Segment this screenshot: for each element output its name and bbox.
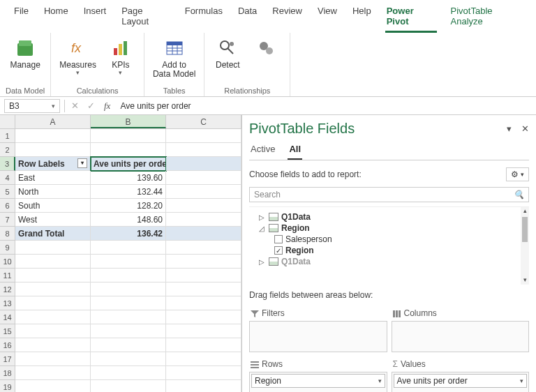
cell-B19[interactable]: [91, 380, 166, 392]
check-icon[interactable]: ✓: [85, 100, 97, 111]
row-header[interactable]: 12: [0, 282, 15, 296]
cell-C15[interactable]: [166, 324, 241, 338]
cell-A18[interactable]: [15, 366, 91, 380]
tab-file[interactable]: File: [13, 4, 30, 33]
field-table-q1data[interactable]: ▷Q1Data: [249, 211, 529, 223]
cell-A15[interactable]: [15, 324, 91, 338]
cell-A8[interactable]: Grand Total: [15, 227, 91, 241]
checkbox[interactable]: [274, 235, 283, 243]
name-box[interactable]: B3 ▾: [4, 99, 60, 113]
cell-C2[interactable]: [166, 143, 241, 157]
pill-region[interactable]: Region▾: [251, 374, 385, 388]
row-header[interactable]: 14: [0, 310, 15, 324]
cell-B15[interactable]: [91, 324, 166, 338]
tab-power-pivot[interactable]: Power Pivot: [385, 4, 437, 33]
cell-A4[interactable]: East: [15, 171, 91, 185]
cell-B9[interactable]: [91, 241, 166, 255]
detect-button[interactable]: Detect: [210, 36, 245, 71]
pill-ave-units-per-order[interactable]: Ave units per order▾: [394, 374, 528, 388]
cell-C18[interactable]: [166, 366, 241, 380]
cell-B1[interactable]: [91, 129, 166, 143]
collapse-icon[interactable]: ◿: [259, 225, 266, 232]
row-header[interactable]: 5: [0, 185, 15, 199]
pane-dropdown-icon[interactable]: ▾: [507, 123, 512, 134]
cell-C4[interactable]: [166, 171, 241, 185]
row-header[interactable]: 6: [0, 199, 15, 213]
spreadsheet-grid[interactable]: A B C 123Row Labels▾Ave units per order4…: [0, 115, 241, 392]
cell-B18[interactable]: [91, 366, 166, 380]
values-area[interactable]: ΣValues Ave units per order▾: [392, 356, 530, 393]
cell-B7[interactable]: 148.60: [91, 213, 166, 227]
col-header-A[interactable]: A: [15, 115, 91, 128]
tab-help[interactable]: Help: [351, 4, 373, 33]
pane-tab-all[interactable]: All: [288, 142, 302, 160]
filters-area[interactable]: Filters: [249, 306, 387, 352]
field-list[interactable]: ▷Q1Data◿RegionSalesperson✓Region▷Q1Data …: [249, 206, 529, 285]
row-header[interactable]: 4: [0, 171, 15, 185]
cell-B3[interactable]: Ave units per order: [91, 157, 166, 171]
cell-C3[interactable]: [166, 157, 241, 171]
row-header[interactable]: 3: [0, 157, 15, 171]
cell-C9[interactable]: [166, 241, 241, 255]
cell-C14[interactable]: [166, 310, 241, 324]
columns-dropzone[interactable]: [392, 321, 530, 352]
filters-dropzone[interactable]: [249, 321, 387, 352]
cell-C5[interactable]: [166, 185, 241, 199]
cell-B8[interactable]: 136.42: [91, 227, 166, 241]
scroll-thumb[interactable]: [522, 217, 528, 242]
cell-C13[interactable]: [166, 296, 241, 310]
tab-view[interactable]: View: [316, 4, 338, 33]
cell-B2[interactable]: [91, 143, 166, 157]
fields-search-input[interactable]: Search 🔍: [249, 187, 529, 202]
cell-C16[interactable]: [166, 338, 241, 352]
close-icon[interactable]: ✕: [521, 123, 529, 134]
cell-C1[interactable]: [166, 129, 241, 143]
row-header[interactable]: 7: [0, 213, 15, 227]
expand-icon[interactable]: ▷: [259, 258, 266, 266]
gears-button[interactable]: [249, 36, 284, 62]
fields-settings-button[interactable]: ⚙ ▾: [506, 167, 529, 181]
cell-A14[interactable]: [15, 310, 91, 324]
values-dropzone[interactable]: Ave units per order▾: [392, 372, 530, 393]
row-header[interactable]: 1: [0, 129, 15, 143]
cell-C19[interactable]: [166, 380, 241, 392]
row-header[interactable]: 18: [0, 366, 15, 380]
row-header[interactable]: 17: [0, 352, 15, 366]
cell-A10[interactable]: [15, 255, 91, 269]
row-header[interactable]: 2: [0, 143, 15, 157]
cell-C12[interactable]: [166, 282, 241, 296]
cell-A13[interactable]: [15, 296, 91, 310]
formula-text[interactable]: Ave units per order: [117, 100, 532, 112]
tab-formulas[interactable]: Formulas: [184, 4, 224, 33]
checkbox[interactable]: ✓: [274, 246, 283, 255]
cell-B5[interactable]: 132.44: [91, 185, 166, 199]
cancel-icon[interactable]: ✕: [69, 100, 81, 111]
cell-C8[interactable]: [166, 227, 241, 241]
tab-home[interactable]: Home: [43, 4, 70, 33]
cell-A17[interactable]: [15, 352, 91, 366]
cell-B16[interactable]: [91, 338, 166, 352]
cell-C7[interactable]: [166, 213, 241, 227]
cell-A9[interactable]: [15, 241, 91, 255]
tab-data[interactable]: Data: [237, 4, 258, 33]
row-header[interactable]: 13: [0, 296, 15, 310]
filter-dropdown-icon[interactable]: ▾: [77, 158, 87, 168]
columns-area[interactable]: Columns: [392, 306, 530, 352]
tab-insert[interactable]: Insert: [82, 4, 108, 33]
add-to-button[interactable]: Add toData Model: [150, 36, 198, 80]
fx-icon[interactable]: fx: [101, 100, 113, 112]
row-header[interactable]: 16: [0, 338, 15, 352]
expand-icon[interactable]: ▷: [259, 213, 266, 221]
row-header[interactable]: 9: [0, 241, 15, 255]
cell-A5[interactable]: North: [15, 185, 91, 199]
cell-C11[interactable]: [166, 269, 241, 282]
cell-B12[interactable]: [91, 282, 166, 296]
cell-A3[interactable]: Row Labels▾: [15, 157, 91, 171]
field-salesperson[interactable]: Salesperson: [249, 234, 529, 245]
row-header[interactable]: 19: [0, 380, 15, 392]
cell-A12[interactable]: [15, 282, 91, 296]
row-header[interactable]: 15: [0, 324, 15, 338]
chevron-down-icon[interactable]: ▾: [378, 377, 382, 384]
cell-A7[interactable]: West: [15, 213, 91, 227]
rows-dropzone[interactable]: Region▾: [249, 372, 387, 393]
